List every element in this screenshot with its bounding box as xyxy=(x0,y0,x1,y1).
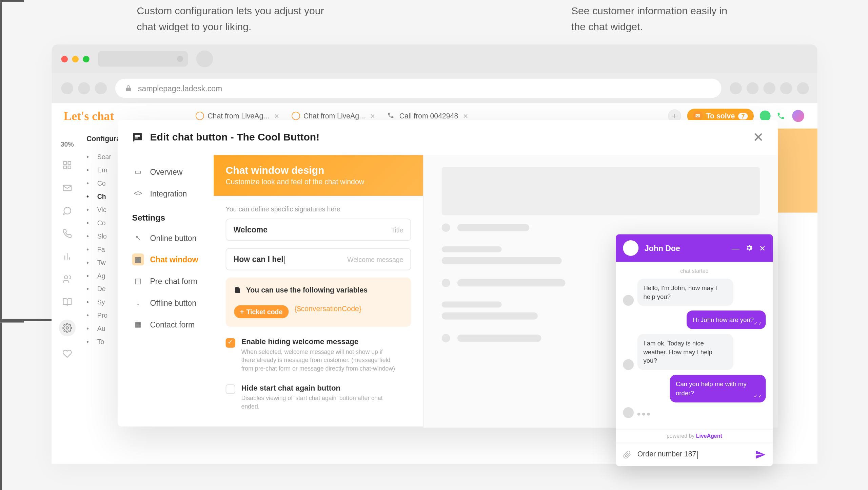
ticket-code-chip[interactable]: + Ticket code xyxy=(234,305,289,318)
checkbox-label: Hide start chat again button xyxy=(241,384,397,392)
arrow-right-seg xyxy=(0,321,24,322)
browser-ext-icons xyxy=(730,82,809,94)
lock-icon xyxy=(125,85,132,92)
nav-overview[interactable]: ▭Overview xyxy=(130,161,214,183)
mail-icon[interactable] xyxy=(62,183,73,193)
book-icon[interactable] xyxy=(62,297,73,307)
skeleton-dot xyxy=(442,223,450,232)
nav-contact-form[interactable]: ▦Contact form xyxy=(130,314,214,335)
chat-started-label: chat started xyxy=(623,268,766,274)
config-item-label: Fa xyxy=(97,246,105,253)
modal-nav: ▭Overview <>Integration Settings ↖Online… xyxy=(118,155,214,428)
config-item-icon: • xyxy=(86,299,94,306)
address-input[interactable]: samplepage.ladesk.com xyxy=(115,79,722,98)
nav-label: Pre-chat form xyxy=(150,277,197,286)
modal-title: Edit chat button - The Cool Button! xyxy=(150,132,320,144)
phone-icon[interactable] xyxy=(776,112,785,120)
browser-tab[interactable] xyxy=(98,51,188,67)
welcome-message-input[interactable]: How can I hel Welcome message xyxy=(226,248,411,270)
minimize-icon[interactable]: — xyxy=(732,244,739,253)
stats-icon[interactable] xyxy=(62,251,73,262)
chat-icon[interactable] xyxy=(62,205,73,216)
typing-indicator xyxy=(637,410,650,418)
attach-icon[interactable] xyxy=(623,450,631,459)
chat-icon xyxy=(132,132,143,143)
nav-label: Online button xyxy=(150,233,197,243)
agent-avatar xyxy=(623,240,638,256)
maximize-dot-icon[interactable] xyxy=(83,56,89,62)
dashboard-icon[interactable] xyxy=(62,160,73,171)
nav-integration[interactable]: <>Integration xyxy=(130,183,214,204)
tab-label: Chat from LiveAg... xyxy=(208,112,269,120)
gear-icon[interactable] xyxy=(745,244,753,253)
skeleton-line xyxy=(442,257,562,264)
close-icon[interactable]: ✕ xyxy=(759,244,766,253)
config-item-icon: • xyxy=(86,180,94,187)
app-logo: Let's chat xyxy=(64,109,114,123)
agent-avatar-icon xyxy=(623,295,634,306)
send-button[interactable] xyxy=(755,449,766,460)
skeleton-dot xyxy=(442,279,450,287)
annotation-right: See customer information easily in the c… xyxy=(571,4,739,34)
variable-code: {$conversationCode} xyxy=(295,305,361,313)
close-icon[interactable]: ✕ xyxy=(274,112,279,120)
config-item-icon: • xyxy=(86,285,94,293)
title-input[interactable]: Welcome Title xyxy=(226,219,411,241)
agent-name: John Doe xyxy=(645,244,680,253)
config-item-icon: • xyxy=(86,325,94,332)
form-hint: You can define specific signatures here xyxy=(226,205,411,212)
nav-online-button[interactable]: ↖Online button xyxy=(130,227,214,249)
nav-chat-window[interactable]: ▣Chat window xyxy=(130,249,214,270)
phone-icon xyxy=(387,112,396,120)
design-title: Chat window design xyxy=(226,165,411,176)
enable-hiding-checkbox[interactable] xyxy=(226,338,235,348)
minimize-dot-icon[interactable] xyxy=(72,56,78,62)
text-cursor-icon xyxy=(284,256,285,264)
design-banner: Chat window design Customize look and fe… xyxy=(214,155,423,196)
config-item-icon: • xyxy=(86,272,94,279)
user-avatar[interactable] xyxy=(791,109,805,123)
chat-header: John Doe — ✕ xyxy=(616,234,773,262)
chat-input[interactable]: Order number 187 xyxy=(637,450,749,458)
chat-icon xyxy=(292,112,300,120)
nav-buttons[interactable] xyxy=(61,82,107,94)
chat-body: chat started Hello, I'm John, how may I … xyxy=(616,262,773,429)
progress-pct: 30% xyxy=(61,140,74,148)
nav-offline-button[interactable]: ↓Offline button xyxy=(130,292,214,314)
skeleton-line xyxy=(442,246,502,252)
people-icon[interactable] xyxy=(62,274,73,285)
nav-label: Integration xyxy=(150,189,187,198)
close-icon[interactable]: ✕ xyxy=(370,112,375,120)
config-item-icon: • xyxy=(86,232,94,240)
nav-prechat-form[interactable]: ▤Pre-chat form xyxy=(130,270,214,292)
address-bar-row: samplepage.ladesk.com xyxy=(52,73,817,103)
skeleton-dot xyxy=(442,334,450,342)
text-cursor-icon xyxy=(697,451,698,459)
input-label: Title xyxy=(391,226,403,233)
status-dot-icon[interactable] xyxy=(760,111,771,121)
agent-avatar-icon xyxy=(623,359,634,370)
form-icon: ▤ xyxy=(132,275,144,287)
gear-icon[interactable] xyxy=(59,320,76,337)
hide-start-chat-checkbox[interactable] xyxy=(226,384,235,394)
chat-widget: John Doe — ✕ chat started Hello, I'm Joh… xyxy=(616,234,773,466)
mail-icon: ✉ xyxy=(693,111,703,120)
window-controls[interactable] xyxy=(61,56,90,62)
new-tab-button[interactable] xyxy=(196,51,213,68)
config-item-label: Ch xyxy=(97,193,106,200)
close-button[interactable]: ✕ xyxy=(753,130,764,145)
config-item-label: Vic xyxy=(97,206,106,213)
close-icon[interactable]: ✕ xyxy=(463,112,468,120)
svg-point-5 xyxy=(64,276,67,279)
clipboard-icon: ▦ xyxy=(132,318,144,330)
config-item-icon: • xyxy=(86,312,94,319)
skeleton-block xyxy=(442,167,760,215)
window-icon: ▣ xyxy=(132,253,144,265)
close-dot-icon[interactable] xyxy=(61,56,68,62)
heart-icon[interactable] xyxy=(62,348,73,359)
config-item-label: Sear xyxy=(97,153,111,160)
arrow-left-seg xyxy=(0,2,2,319)
config-item-icon: • xyxy=(86,246,94,253)
phone-icon[interactable] xyxy=(62,228,73,239)
config-item-label: Em xyxy=(97,166,107,173)
